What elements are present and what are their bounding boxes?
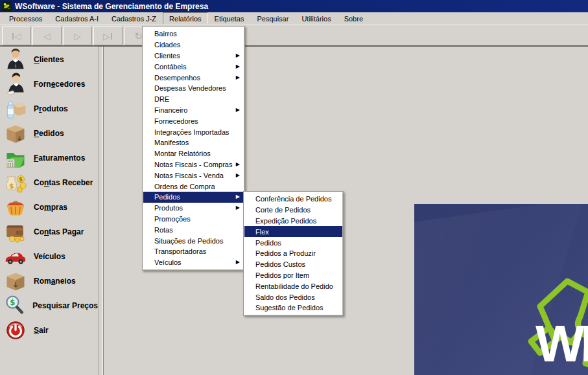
relatorios-menu-item-clientes[interactable]: Clientes▶ [143,51,244,62]
sidebar-item-produtos[interactable]: Produtos [0,97,98,121]
menu-item-label: Saldo dos Pedidos [255,293,315,301]
menubar-item-sobre[interactable]: Sobre [338,12,370,25]
relatorios-menu-item-desempenhos[interactable]: Desempenhos▶ [143,72,244,83]
relatorios-menu-item-notas-fiscais-venda[interactable]: Notas Fiscais - Venda▶ [143,170,244,181]
billing-icon [3,146,28,170]
application-window: WSoftware - Sistema de Gerenciamento de … [0,0,588,375]
submenu-arrow-icon: ▶ [236,173,240,178]
relatorios-menu-item-pedidos[interactable]: Pedidos▶ [143,192,244,203]
next-record-button[interactable]: ▷ [63,27,92,45]
relatorios-menu-item-promocoes[interactable]: Promoções [143,214,244,225]
submenu-arrow-icon: ▶ [236,162,240,167]
sidebar-item-fornecedores[interactable]: Fornecedores [0,72,98,97]
relatorios-menu-item-manifestos[interactable]: Manifestos [143,137,244,148]
refresh-icon: ↻ [134,31,143,41]
menu-item-label: Contábeis [154,63,187,71]
relatorios-menu-item-transportadoras[interactable]: Transportadoras [143,246,244,257]
sidebar: ClientesFornecedoresProdutosPedidosFatur… [0,47,98,375]
last-record-icon: ▷ [103,32,113,41]
clients-icon [3,48,28,71]
menubar-item-processos[interactable]: Processos [3,12,49,25]
relatorios-menu-item-dre[interactable]: DRE [143,94,244,105]
sidebar-item-label: Pesquisar Preços [32,301,98,310]
vehicles-icon [3,245,28,268]
pedidos-submenu-item-saldo-dos-pedidos[interactable]: Saldo dos Pedidos [244,291,342,302]
menubar-item-utilitarios[interactable]: Utilitários [295,12,337,25]
menu-item-label: Bairros [154,30,177,38]
sidebar-item-label: Clientes [34,55,64,64]
orders-icon [3,122,28,145]
menubar-item-etiquetas[interactable]: Etiquetas [208,12,251,25]
menu-item-label: Clientes [154,52,180,60]
record-nav-buttons: ◁◁▷▷↻ [2,27,153,45]
toolbar: ◁◁▷▷↻ ACAO ▼ [0,25,588,45]
sidebar-item-romaneios[interactable]: Romaneios [0,269,98,293]
menubar-item-cadastros-a-i[interactable]: Cadastros A-I [49,12,105,25]
relatorios-menu-item-veiculos[interactable]: Veículos▶ [143,257,244,268]
payables-icon [3,220,28,244]
pedidos-submenu-item-pedidos-por-item[interactable]: Pedidos por Item [244,270,342,281]
sidebar-item-clientes[interactable]: Clientes [0,47,98,72]
menu-item-label: Notas Fiscais - Venda [154,172,224,179]
menu-item-label: Notas Fiscais - Compras [154,161,232,168]
svg-text:$: $ [19,176,23,183]
pedidos-submenu-item-sugestao-de-pedidos[interactable]: Sugestão de Pedidos [244,302,342,313]
pedidos-submenu-item-corte-de-pedidos[interactable]: Corte de Pedidos [244,205,342,216]
pedidos-submenu-item-pedidos[interactable]: Pedidos [244,237,342,248]
relatorios-menu-item-bairros[interactable]: Bairros [143,28,244,40]
sidebar-list: ClientesFornecedoresProdutosPedidosFatur… [0,47,98,343]
relatorios-menu-item-notas-fiscais-compras[interactable]: Notas Fiscais - Compras▶ [143,159,244,170]
relatorios-menu-item-financeiro[interactable]: Financeiro▶ [143,105,244,116]
sidebar-item-faturamentos[interactable]: Faturamentos [0,146,98,170]
prior-record-icon: ◁ [43,32,51,41]
relatorios-menu-item-montar-relatorios[interactable]: Montar Relatórios [143,148,244,159]
sidebar-item-label: Contas Pagar [34,227,84,236]
pedidos-submenu-item-pedidos-a-produzir[interactable]: Pedidos a Produzir [244,248,342,259]
menubar-item-cadastros-j-z[interactable]: Cadastros J-Z [105,12,163,25]
relatorios-menu-item-contabeis[interactable]: Contábeis▶ [143,61,244,72]
relatorios-menu-item-produtos[interactable]: Produtos▶ [143,203,244,214]
sidebar-item-contas-receber[interactable]: $$Contas Receber [0,170,98,195]
sidebar-item-label: Contas Receber [34,178,93,187]
pedidos-submenu-item-rentabilidade-do-pedido[interactable]: Rentabilidade do Pedido [244,280,342,291]
menu-item-label: Conferência de Pedidos [255,195,331,203]
menu-item-label: Pedidos por Item [255,271,309,279]
pedidos-submenu-item-conferencia-de-pedidos[interactable]: Conferência de Pedidos [244,194,342,205]
products-icon [3,97,28,120]
menu-item-label: Fornecedores [154,117,198,125]
prior-record-button[interactable]: ◁ [32,27,62,45]
sidebar-item-veiculos[interactable]: Veículos [0,244,98,269]
relatorios-menu-item-integracoes-importadas[interactable]: Integrações Importadas [143,126,244,137]
sidebar-item-compras[interactable]: Compras [0,195,98,220]
last-record-button[interactable]: ▷ [93,27,123,45]
sidebar-item-pedidos[interactable]: Pedidos [0,121,98,146]
menu-item-label: Despesas Vendedores [154,84,226,92]
relatorios-menu-popup: BairrosCidadesClientes▶Contábeis▶Desempe… [142,26,245,271]
menu-item-label: DRE [154,95,169,103]
sidebar-item-pesquisar-precos[interactable]: $Pesquisar Preços [0,293,98,318]
relatorios-menu-item-cidades[interactable]: Cidades [143,40,244,51]
relatorios-menu-item-ordens-de-compra[interactable]: Ordens de Compra [143,181,244,192]
first-record-button[interactable]: ◁ [2,27,31,45]
menu-item-label: Cidades [154,41,180,49]
relatorios-menu-item-despesas-vendedores[interactable]: Despesas Vendedores [143,83,244,94]
submenu-arrow-icon: ▶ [236,108,240,113]
relatorios-menu-item-rotas[interactable]: Rotas [143,224,244,235]
next-record-icon: ▷ [74,32,81,41]
menubar-item-relatorios[interactable]: Relatórios [163,12,208,25]
sidebar-item-label: Romaneios [34,277,76,286]
pedidos-submenu-item-flex[interactable]: Flex [244,226,342,237]
sidebar-item-sair[interactable]: Sair [0,318,98,343]
app-logo-icon [2,1,12,11]
submenu-arrow-icon: ▶ [236,53,240,58]
pedidos-submenu-item-expedicao-pedidos[interactable]: Expedição Pedidos [244,216,342,227]
sidebar-item-contas-pagar[interactable]: Contas Pagar [0,220,98,244]
menu-item-label: Promoções [154,215,191,223]
pedidos-submenu-item-pedidos-custos[interactable]: Pedidos Custos [244,259,342,270]
window-title: WSoftware - Sistema de Gerenciamento de … [15,2,208,11]
relatorios-menu-item-fornecedores[interactable]: Fornecedores [143,115,244,126]
menu-item-label: Transportadoras [154,247,206,255]
relatorios-menu-item-situacoes-de-pedidos[interactable]: Situações de Pedidos [143,235,244,246]
menubar-item-pesquisar[interactable]: Pesquisar [250,12,295,25]
sidebar-divider [98,47,104,375]
